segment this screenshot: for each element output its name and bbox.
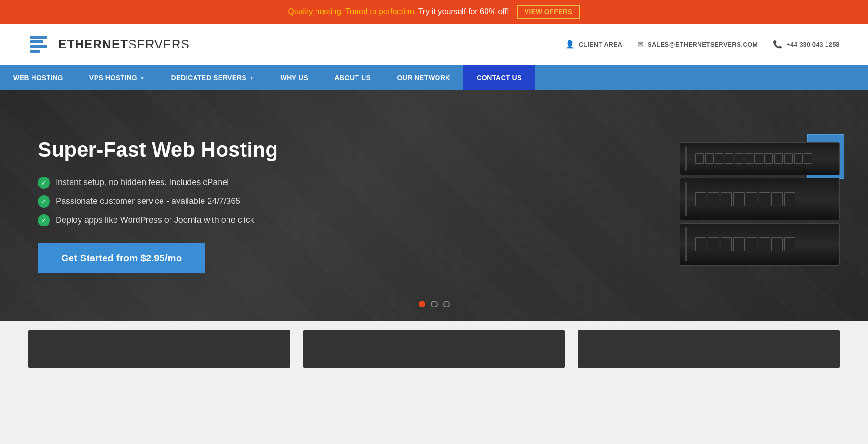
drive-bay [774,153,783,164]
drive-bay [759,192,770,206]
nav-web-hosting-label: WEB HOSTING [13,74,63,81]
drive-bay [745,153,753,164]
nav-our-network[interactable]: OUR NETWORK [384,65,463,90]
logo-brand: ETHERNET [58,37,128,51]
svg-rect-1 [30,40,43,43]
hero-feature-text-3: Deploy apps like WordPress or Joomla wit… [56,215,254,225]
email-link[interactable]: ✉ SALES@ETHERNETSERVERS.COM [637,40,758,49]
nav-why-us-label: WHY US [281,74,308,81]
drive-bays-3 [695,237,795,251]
banner-text-cta: Try it yourself for 60% off! [418,7,509,16]
slider-dot-1[interactable] [419,301,425,307]
nav-vps-hosting[interactable]: VPS HOSTING ▼ [76,65,158,90]
drive-bay [759,237,770,251]
hero-cta-button[interactable]: Get Started from $2.95/mo [38,243,205,273]
phone-icon: 📞 [773,40,783,49]
user-icon: 👤 [565,40,575,49]
phone-label: +44 330 043 1258 [787,41,840,48]
hero-features: ✓ Instant setup, no hidden fees. Include… [38,177,278,226]
svg-rect-2 [30,45,47,48]
drive-bay [721,192,732,206]
hero-feature-text-2: Passionate customer service - available … [56,196,240,206]
top-banner: Quality hosting. Tuned to perfection. Tr… [0,0,868,24]
drive-bays-2 [695,192,795,206]
drive-bay [695,237,706,251]
slider-dot-2[interactable] [431,301,438,307]
nav-contact-us[interactable]: CONTACT US [463,65,535,90]
drive-bay [695,153,704,164]
nav-dedicated-servers[interactable]: DEDICATED SERVERS ▼ [158,65,267,90]
drive-bay [715,153,723,164]
hero-feature-2: ✓ Passionate customer service - availabl… [38,195,278,208]
hero-title: Super-Fast Web Hosting [38,137,278,162]
navbar: WEB HOSTING VPS HOSTING ▼ DEDICATED SERV… [0,65,868,90]
drive-bay [784,153,793,164]
client-area-label: CLIENT AREA [579,41,622,48]
check-icon-1: ✓ [38,177,50,189]
email-label: SALES@ETHERNETSERVERS.COM [648,41,758,48]
slider-dots [419,301,450,307]
phone-link[interactable]: 📞 +44 330 043 1258 [773,40,840,49]
drive-bay [705,153,714,164]
server-unit-1 [680,142,840,175]
drive-bay [784,192,795,206]
drive-bay [771,237,783,251]
drive-bay [725,153,733,164]
drive-bay [708,192,719,206]
drive-bay [794,153,803,164]
email-icon: ✉ [637,40,644,49]
dedicated-dropdown-arrow: ▼ [249,75,254,81]
bottom-card-2 [303,330,565,368]
drive-bay [733,192,745,206]
view-offers-button[interactable]: VIEW OFFERS [517,5,580,19]
drive-bay [733,237,745,251]
check-icon-2: ✓ [38,195,50,208]
nav-why-us[interactable]: WHY US [268,65,322,90]
slider-dot-3[interactable] [443,301,450,307]
server-stack: 100 PERCENT SSD STORAGE [680,142,840,266]
drive-bay [735,153,743,164]
drive-bay [746,237,757,251]
drive-bay [721,237,732,251]
nav-our-network-label: OUR NETWORK [397,74,450,81]
server-unit-3 [680,223,840,266]
nav-contact-us-label: CONTACT US [477,74,522,81]
hero-feature-text-1: Instant setup, no hidden fees. Includes … [56,178,229,187]
nav-dedicated-servers-label: DEDICATED SERVERS [171,74,246,81]
hero-feature-3: ✓ Deploy apps like WordPress or Joomla w… [38,214,278,226]
drive-bay [708,237,719,251]
drive-bay [754,153,763,164]
nav-web-hosting[interactable]: WEB HOSTING [0,65,76,90]
drive-bay [784,237,795,251]
hero-content: Super-Fast Web Hosting ✓ Instant setup, … [0,109,316,301]
hero-feature-1: ✓ Instant setup, no hidden fees. Include… [38,177,278,189]
server-unit-2 [680,178,840,220]
check-icon-3: ✓ [38,214,50,226]
bottom-cards [0,321,868,377]
drive-bay [746,192,757,206]
drive-bays-1 [695,153,812,164]
nav-about-us[interactable]: ABOUT US [321,65,384,90]
hero-server-image: 100 PERCENT SSD STORAGE [680,142,840,268]
svg-rect-0 [30,36,47,39]
drive-bay [695,192,706,206]
nav-vps-hosting-label: VPS HOSTING [89,74,137,81]
hero-section: Super-Fast Web Hosting ✓ Instant setup, … [0,90,868,321]
banner-text-highlight: Quality hosting. Tuned to perfection. [288,7,416,16]
bottom-card-3 [578,330,840,368]
client-area-link[interactable]: 👤 CLIENT AREA [565,40,622,49]
logo-text: ETHERNETSERVERS [58,37,190,52]
drive-bay [764,153,773,164]
drive-bay [804,153,812,164]
logo[interactable]: ETHERNETSERVERS [28,32,190,57]
logo-suffix: SERVERS [128,37,190,51]
nav-about-us-label: ABOUT US [334,74,371,81]
header-links: 👤 CLIENT AREA ✉ SALES@ETHERNETSERVERS.CO… [565,40,840,49]
drive-bay [771,192,783,206]
svg-rect-3 [30,50,40,53]
bottom-card-1 [28,330,290,368]
logo-icon [28,32,53,57]
vps-dropdown-arrow: ▼ [140,75,145,81]
header: ETHERNETSERVERS 👤 CLIENT AREA ✉ SALES@ET… [0,24,868,65]
